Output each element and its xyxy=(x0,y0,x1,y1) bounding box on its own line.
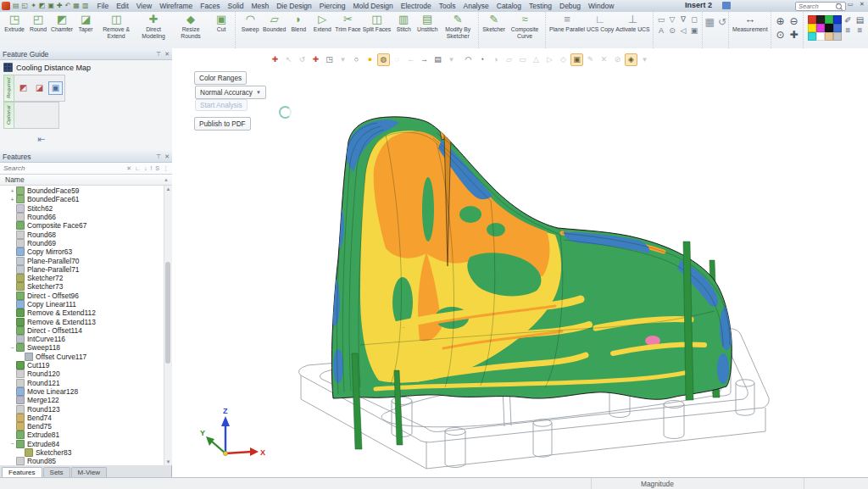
menu-item[interactable]: Edit xyxy=(116,2,129,10)
tree-row[interactable]: Composite Face67 xyxy=(0,221,172,230)
pin-icon[interactable]: ⊤ xyxy=(156,153,161,160)
color-swatch[interactable] xyxy=(816,32,825,41)
tree-row[interactable]: Remove & Extend112 xyxy=(0,308,172,317)
color-swatch[interactable] xyxy=(808,15,816,24)
tree-row[interactable]: IntCurve116 xyxy=(0,335,172,343)
display-tool-icon[interactable]: ✐ xyxy=(843,15,854,25)
viewport-tool-icon[interactable]: ◳ xyxy=(323,53,336,66)
menu-item[interactable]: Window xyxy=(588,2,614,10)
guide-option-icon[interactable]: ◪ xyxy=(32,81,47,95)
viewport-tool-icon[interactable]: ▾ xyxy=(337,53,349,66)
menu-item[interactable]: Tools xyxy=(439,2,456,10)
menu-item[interactable]: Testing xyxy=(529,2,552,10)
tree-row[interactable]: Merge122 xyxy=(0,396,172,404)
guide-option-icon[interactable]: ▣ xyxy=(48,81,63,95)
color-swatch[interactable] xyxy=(825,24,833,32)
tree-column-header[interactable]: Name ▲ xyxy=(0,175,172,186)
search-input[interactable] xyxy=(796,3,836,10)
menu-item[interactable]: File xyxy=(97,2,108,10)
window-control-icon[interactable]: ─ xyxy=(834,1,843,8)
ribbon-button[interactable]: ↔ Measurement xyxy=(732,13,769,33)
accuracy-dropdown[interactable]: Normal Accuracy▼ xyxy=(195,86,266,99)
tree-row[interactable]: Copy Mirror63 xyxy=(0,247,172,256)
tree-row[interactable]: Sketcher72 xyxy=(0,274,172,282)
menu-item[interactable]: Debug xyxy=(559,2,581,10)
viewport-tool-icon[interactable]: ◔ xyxy=(476,53,488,66)
viewport-tool-icon[interactable]: ◑ xyxy=(489,53,502,66)
ribbon-button[interactable]: ✚ Direct Modeling xyxy=(135,13,172,39)
ribbon-button[interactable]: ◩ Chamfer xyxy=(50,13,74,33)
guide-option-icon[interactable]: ◩ xyxy=(16,81,31,95)
ribbon-button[interactable]: ▣ Cut xyxy=(209,13,233,33)
tree-row[interactable]: Round66 xyxy=(0,213,172,221)
tree-row[interactable]: Remove & Extend113 xyxy=(0,317,172,325)
features-search-input[interactable] xyxy=(2,164,125,172)
ribbon-button[interactable]: ◠ Sweep xyxy=(238,13,262,33)
tree-row[interactable]: + BoundedFace61 xyxy=(0,195,172,203)
app-logo-icon[interactable] xyxy=(2,2,10,10)
zoom-tool-icon[interactable]: ✚ xyxy=(787,28,801,42)
tree-row[interactable]: Sketcher83 xyxy=(0,448,172,457)
menu-item[interactable]: Solid xyxy=(227,2,243,10)
tree-row[interactable]: Extrude81 xyxy=(0,431,172,439)
quick-access-icon[interactable]: ▥ xyxy=(82,2,89,10)
color-swatch[interactable] xyxy=(808,24,816,32)
tree-row[interactable]: + BoundedFace59 xyxy=(0,186,172,195)
menu-item[interactable]: Die Design xyxy=(276,2,312,10)
expander-icon[interactable]: − xyxy=(8,345,16,351)
tab-required[interactable]: Required xyxy=(3,75,14,102)
viewport-tool-icon[interactable]: ✎ xyxy=(584,53,597,66)
history-tool-icon[interactable]: ↺ xyxy=(718,16,726,28)
color-ranges-button[interactable]: Color Ranges xyxy=(194,71,247,85)
viewport-tool-icon[interactable]: ◠ xyxy=(462,53,475,66)
expander-icon[interactable]: − xyxy=(8,441,16,447)
tree-row[interactable]: Sketcher73 xyxy=(0,282,172,291)
ribbon-button[interactable]: ◫ Split Faces xyxy=(362,13,392,33)
window-control-icon[interactable]: ✕ xyxy=(858,1,866,8)
viewport-tool-icon[interactable]: ↖ xyxy=(282,53,295,66)
viewport-tool-icon[interactable]: ● xyxy=(364,53,376,66)
zoom-tool-icon[interactable]: ⊙ xyxy=(774,28,787,42)
scroll-thumb[interactable] xyxy=(165,262,170,364)
color-swatch[interactable] xyxy=(808,32,816,41)
ribbon-button[interactable]: ≈ Composite Curve xyxy=(506,13,543,39)
ribbon-button[interactable]: ✎ Modify By Sketcher xyxy=(439,13,476,39)
tree-scrollbar[interactable]: ▲ ▼ xyxy=(164,186,172,465)
tab-m-view[interactable]: M-View xyxy=(71,467,108,477)
tree-row[interactable]: Round120 xyxy=(0,370,172,378)
expander-icon[interactable]: + xyxy=(8,197,16,203)
ribbon-button[interactable]: ◫ Remove & Extend xyxy=(97,13,135,39)
viewport-tool-icon[interactable]: ▭ xyxy=(516,53,529,66)
search-filter-icon[interactable]: ✕ xyxy=(125,165,133,172)
annotation-tool-icon[interactable]: ∇ xyxy=(678,14,689,25)
pin-icon[interactable]: ⊤ xyxy=(156,51,161,58)
menu-item[interactable]: Wireframe xyxy=(159,2,192,10)
tree-row[interactable]: − Sweep118 xyxy=(0,343,172,352)
search-filter-icon[interactable]: ↓ xyxy=(142,165,149,172)
color-swatch[interactable] xyxy=(833,15,842,24)
viewport-tool-icon[interactable]: ○ xyxy=(350,53,363,66)
viewport-tool-icon[interactable]: ✕ xyxy=(598,53,610,66)
tree-row[interactable]: Copy Linear111 xyxy=(0,300,172,308)
menu-item[interactable]: Mold Design xyxy=(353,2,392,10)
ribbon-button[interactable]: ✂ Trim Face xyxy=(334,13,361,33)
expander-icon[interactable]: + xyxy=(8,188,16,194)
menu-item[interactable]: Catalog xyxy=(497,2,521,10)
tree-row[interactable]: Round85 xyxy=(0,457,172,465)
ribbon-button[interactable]: ◰ Round xyxy=(26,13,50,33)
tree-row[interactable]: Cut119 xyxy=(0,361,172,370)
color-swatch[interactable] xyxy=(825,32,833,41)
annotation-tool-icon[interactable]: ▣ xyxy=(689,25,700,36)
viewport-tool-icon[interactable]: ▱ xyxy=(503,53,515,66)
search-filter-icon[interactable]: S xyxy=(153,165,161,172)
display-tool-icon[interactable]: ≡ xyxy=(854,25,866,36)
viewport-tool-icon[interactable]: ✚ xyxy=(269,53,281,66)
annotation-tool-icon[interactable]: ▭ xyxy=(656,14,667,25)
tree-row[interactable]: Bend75 xyxy=(0,422,172,431)
scroll-down-icon[interactable]: ▼ xyxy=(164,459,172,464)
display-tool-icon[interactable]: ▤ xyxy=(854,15,866,25)
tree-row[interactable]: Plane-Parallel71 xyxy=(0,265,172,274)
tree-row[interactable]: Move Linear128 xyxy=(0,387,172,396)
viewport-tool-icon[interactable]: ← xyxy=(404,53,417,66)
publish-pdf-button[interactable]: Publish to PDF xyxy=(194,117,251,131)
